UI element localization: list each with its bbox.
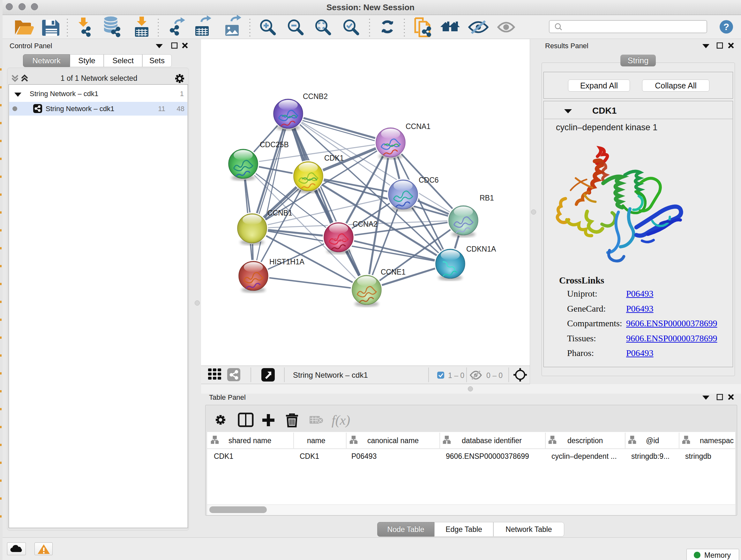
svg-text:CDKN1A: CDKN1A	[466, 245, 496, 253]
svg-text:CDC25B: CDC25B	[260, 140, 289, 149]
svg-text:RB1: RB1	[480, 194, 494, 202]
svg-text:canonical name: canonical name	[367, 436, 419, 445]
svg-text:CCNA1: CCNA1	[406, 122, 430, 131]
svg-text:stringdb: stringdb	[685, 452, 711, 460]
svg-text:CDC6: CDC6	[419, 176, 439, 184]
svg-text:P06493: P06493	[351, 452, 377, 460]
svg-text:shared name: shared name	[228, 436, 271, 445]
svg-text:CDK1: CDK1	[324, 154, 344, 162]
svg-text:CDK1: CDK1	[214, 452, 233, 460]
svg-text:CCNB2: CCNB2	[303, 92, 328, 101]
svg-text:cyclin–dependent ...: cyclin–dependent ...	[551, 452, 617, 460]
svg-text:CCNE1: CCNE1	[381, 268, 406, 276]
svg-text:?: ?	[724, 21, 729, 32]
svg-text:database identifier: database identifier	[462, 436, 522, 445]
svg-text:CDK1: CDK1	[300, 452, 319, 460]
svg-text:f(x): f(x)	[332, 413, 350, 428]
svg-text:HIST1H1A: HIST1H1A	[269, 258, 305, 266]
svg-text:CCNB1: CCNB1	[267, 209, 292, 217]
svg-text:namespac: namespac	[700, 436, 734, 445]
svg-text:stringdb:9...: stringdb:9...	[631, 452, 670, 460]
svg-text:description: description	[567, 436, 603, 445]
svg-text:CCNA2: CCNA2	[353, 220, 378, 228]
svg-text:9606.ENSP00000378699: 9606.ENSP00000378699	[446, 452, 529, 460]
svg-text:name: name	[307, 436, 326, 445]
svg-text:@id: @id	[646, 436, 659, 445]
